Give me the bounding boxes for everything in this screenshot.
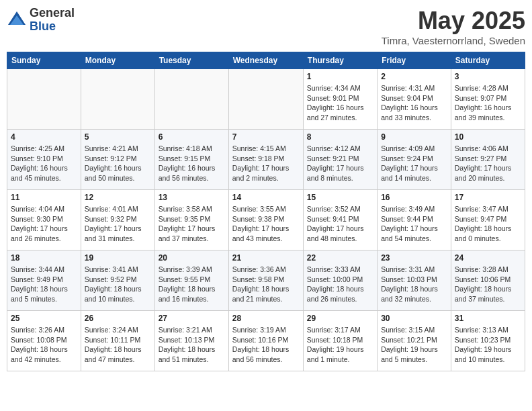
logo-icon (7, 10, 27, 30)
calendar-cell (228, 69, 303, 130)
calendar-cell: 10Sunrise: 4:06 AMSunset: 9:27 PMDayligh… (451, 130, 525, 190)
day-number: 30 (381, 314, 447, 323)
day-number: 12 (85, 193, 151, 202)
day-info: Sunrise: 3:58 AMSunset: 9:35 PMDaylight:… (159, 204, 225, 244)
day-number: 11 (11, 193, 77, 202)
week-row-1: 1Sunrise: 4:34 AMSunset: 9:01 PMDaylight… (7, 69, 525, 130)
day-info: Sunrise: 3:44 AMSunset: 9:49 PMDaylight:… (11, 265, 77, 304)
calendar-cell: 27Sunrise: 3:21 AMSunset: 10:13 PMDaylig… (154, 311, 228, 371)
title-area: May 2025 Timra, Vaesternorrland, Sweden (382, 7, 525, 46)
day-number: 9 (381, 132, 447, 142)
day-info: Sunrise: 4:12 AMSunset: 9:21 PMDaylight:… (307, 144, 373, 183)
calendar-cell: 15Sunrise: 3:52 AMSunset: 9:41 PMDayligh… (303, 190, 377, 250)
day-number: 25 (11, 314, 77, 323)
day-info: Sunrise: 3:47 AMSunset: 9:47 PMDaylight:… (455, 204, 521, 244)
day-info: Sunrise: 3:31 AMSunset: 10:03 PMDaylight… (381, 265, 447, 304)
day-info: Sunrise: 3:15 AMSunset: 10:21 PMDaylight… (381, 325, 447, 365)
calendar-cell: 24Sunrise: 3:28 AMSunset: 10:06 PMDaylig… (451, 250, 525, 311)
calendar-cell: 21Sunrise: 3:36 AMSunset: 9:58 PMDayligh… (228, 250, 303, 311)
day-number: 19 (85, 253, 151, 263)
calendar-cell: 13Sunrise: 3:58 AMSunset: 9:35 PMDayligh… (154, 190, 228, 250)
day-info: Sunrise: 3:24 AMSunset: 10:11 PMDaylight… (85, 325, 151, 365)
day-info: Sunrise: 3:52 AMSunset: 9:41 PMDaylight:… (307, 204, 373, 244)
day-info: Sunrise: 3:49 AMSunset: 9:44 PMDaylight:… (381, 204, 447, 244)
weekday-header-tuesday: Tuesday (154, 52, 228, 69)
calendar-cell: 18Sunrise: 3:44 AMSunset: 9:49 PMDayligh… (7, 250, 81, 311)
calendar-cell: 2Sunrise: 4:31 AMSunset: 9:04 PMDaylight… (378, 69, 451, 130)
calendar-table: SundayMondayTuesdayWednesdayThursdayFrid… (7, 52, 525, 371)
calendar-cell: 16Sunrise: 3:49 AMSunset: 9:44 PMDayligh… (378, 190, 451, 250)
day-number: 14 (232, 193, 300, 202)
calendar-cell: 12Sunrise: 4:01 AMSunset: 9:32 PMDayligh… (81, 190, 154, 250)
day-info: Sunrise: 4:18 AMSunset: 9:15 PMDaylight:… (159, 144, 225, 183)
calendar-cell: 31Sunrise: 3:13 AMSunset: 10:23 PMDaylig… (451, 311, 525, 371)
day-info: Sunrise: 4:01 AMSunset: 9:32 PMDaylight:… (85, 204, 151, 244)
calendar-cell: 20Sunrise: 3:39 AMSunset: 9:55 PMDayligh… (154, 250, 228, 311)
logo: General Blue (7, 7, 75, 34)
day-number: 15 (307, 193, 373, 202)
logo-text: General Blue (30, 7, 75, 34)
day-info: Sunrise: 3:19 AMSunset: 10:16 PMDaylight… (232, 325, 300, 365)
day-number: 22 (307, 253, 373, 263)
weekday-header-wednesday: Wednesday (228, 52, 303, 69)
day-number: 2 (381, 72, 447, 81)
calendar-cell: 4Sunrise: 4:25 AMSunset: 9:10 PMDaylight… (7, 130, 81, 190)
calendar-cell: 22Sunrise: 3:33 AMSunset: 10:00 PMDaylig… (303, 250, 377, 311)
calendar-cell: 25Sunrise: 3:26 AMSunset: 10:08 PMDaylig… (7, 311, 81, 371)
day-info: Sunrise: 4:34 AMSunset: 9:01 PMDaylight:… (307, 83, 373, 123)
weekday-header-row: SundayMondayTuesdayWednesdayThursdayFrid… (7, 52, 525, 69)
day-info: Sunrise: 3:28 AMSunset: 10:06 PMDaylight… (455, 265, 521, 304)
week-row-5: 25Sunrise: 3:26 AMSunset: 10:08 PMDaylig… (7, 311, 525, 371)
calendar-cell: 3Sunrise: 4:28 AMSunset: 9:07 PMDaylight… (451, 69, 525, 130)
day-info: Sunrise: 3:21 AMSunset: 10:13 PMDaylight… (159, 325, 225, 365)
logo-blue: Blue (30, 20, 75, 34)
day-number: 28 (232, 314, 300, 323)
day-info: Sunrise: 3:26 AMSunset: 10:08 PMDaylight… (11, 325, 77, 365)
calendar-cell: 6Sunrise: 4:18 AMSunset: 9:15 PMDaylight… (154, 130, 228, 190)
day-info: Sunrise: 3:55 AMSunset: 9:38 PMDaylight:… (232, 204, 300, 244)
day-info: Sunrise: 4:31 AMSunset: 9:04 PMDaylight:… (381, 83, 447, 123)
day-number: 21 (232, 253, 300, 263)
week-row-3: 11Sunrise: 4:04 AMSunset: 9:30 PMDayligh… (7, 190, 525, 250)
day-info: Sunrise: 4:04 AMSunset: 9:30 PMDaylight:… (11, 204, 77, 244)
calendar-cell: 11Sunrise: 4:04 AMSunset: 9:30 PMDayligh… (7, 190, 81, 250)
day-number: 27 (159, 314, 225, 323)
day-info: Sunrise: 3:17 AMSunset: 10:18 PMDaylight… (307, 325, 373, 365)
calendar-cell: 23Sunrise: 3:31 AMSunset: 10:03 PMDaylig… (378, 250, 451, 311)
day-info: Sunrise: 4:15 AMSunset: 9:18 PMDaylight:… (232, 144, 300, 183)
day-number: 6 (159, 132, 225, 142)
location-title: Timra, Vaesternorrland, Sweden (382, 35, 525, 46)
day-info: Sunrise: 4:09 AMSunset: 9:24 PMDaylight:… (381, 144, 447, 183)
day-number: 29 (307, 314, 373, 323)
weekday-header-thursday: Thursday (303, 52, 377, 69)
day-number: 7 (232, 132, 300, 142)
calendar-cell (154, 69, 228, 130)
day-info: Sunrise: 3:41 AMSunset: 9:52 PMDaylight:… (85, 265, 151, 304)
day-number: 17 (455, 193, 521, 202)
calendar-cell: 17Sunrise: 3:47 AMSunset: 9:47 PMDayligh… (451, 190, 525, 250)
weekday-header-monday: Monday (81, 52, 154, 69)
calendar-cell: 26Sunrise: 3:24 AMSunset: 10:11 PMDaylig… (81, 311, 154, 371)
day-number: 8 (307, 132, 373, 142)
weekday-header-friday: Friday (378, 52, 451, 69)
calendar-cell (81, 69, 154, 130)
calendar-cell: 9Sunrise: 4:09 AMSunset: 9:24 PMDaylight… (378, 130, 451, 190)
calendar-cell: 5Sunrise: 4:21 AMSunset: 9:12 PMDaylight… (81, 130, 154, 190)
calendar-cell: 7Sunrise: 4:15 AMSunset: 9:18 PMDaylight… (228, 130, 303, 190)
week-row-4: 18Sunrise: 3:44 AMSunset: 9:49 PMDayligh… (7, 250, 525, 311)
day-info: Sunrise: 3:39 AMSunset: 9:55 PMDaylight:… (159, 265, 225, 304)
weekday-header-saturday: Saturday (451, 52, 525, 69)
calendar-cell: 29Sunrise: 3:17 AMSunset: 10:18 PMDaylig… (303, 311, 377, 371)
day-info: Sunrise: 4:25 AMSunset: 9:10 PMDaylight:… (11, 144, 77, 183)
day-number: 3 (455, 72, 521, 81)
day-number: 26 (85, 314, 151, 323)
day-info: Sunrise: 4:28 AMSunset: 9:07 PMDaylight:… (455, 83, 521, 123)
day-number: 24 (455, 253, 521, 263)
day-number: 5 (85, 132, 151, 142)
day-number: 1 (307, 72, 373, 81)
day-info: Sunrise: 4:06 AMSunset: 9:27 PMDaylight:… (455, 144, 521, 183)
calendar-cell: 28Sunrise: 3:19 AMSunset: 10:16 PMDaylig… (228, 311, 303, 371)
day-number: 20 (159, 253, 225, 263)
day-number: 31 (455, 314, 521, 323)
page-header: General Blue May 2025 Timra, Vaesternorr… (7, 7, 525, 46)
